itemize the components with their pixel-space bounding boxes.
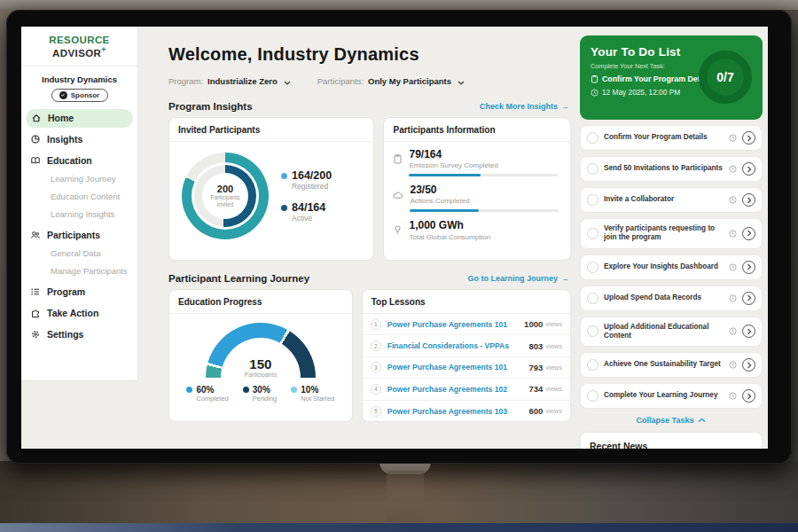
sidebar-item-home[interactable]: Home — [26, 109, 133, 128]
lesson-row-5[interactable]: 5 Power Purchase Agreements 103 600 view… — [363, 401, 570, 422]
participants-dropdown[interactable]: Participants: Only My Participants — [317, 73, 465, 89]
logo-resource: RESOURCE — [49, 35, 109, 45]
task-open-button[interactable] — [742, 292, 755, 305]
task-checkbox[interactable] — [587, 293, 598, 304]
card-title: Invited Participants — [169, 118, 373, 142]
task-label: Achieve One Sustainability Target — [604, 360, 724, 369]
stat-emission-survey: 79/164 Emission Survey Completed — [393, 149, 559, 176]
participants-information-card: Participants Information 79/164 Emission… — [383, 117, 571, 261]
sidebar-item-take-action[interactable]: Take Action — [21, 304, 137, 323]
lesson-row-4[interactable]: 4 Power Purchase Agreements 102 734 view… — [363, 379, 570, 400]
task-checkbox[interactable] — [587, 359, 598, 371]
task-open-button[interactable] — [742, 193, 755, 207]
program-icon — [30, 286, 41, 297]
task-checkbox[interactable] — [587, 325, 598, 337]
pending-dot — [243, 387, 249, 393]
registered-label: Registered — [292, 182, 332, 191]
task-label: Verify participants requesting to join t… — [604, 224, 724, 243]
todo-progress-value: 0/7 — [716, 70, 733, 84]
lesson-views: 600 — [528, 406, 543, 416]
task-open-button[interactable] — [742, 162, 755, 176]
card-title: Participants Information — [384, 118, 570, 142]
sponsor-icon — [59, 91, 67, 99]
task-row-5[interactable]: Explore Your Insights Dashboard — [580, 254, 763, 280]
arrow-right-icon: → — [561, 274, 569, 283]
registered-dot — [281, 173, 287, 179]
background-top-strip — [0, 0, 798, 10]
stat-value: 79/164 — [409, 149, 558, 160]
task-row-3[interactable]: Invite a Collaborator — [580, 187, 763, 213]
lesson-link[interactable]: Power Purchase Agreements 101 — [387, 363, 529, 372]
collapse-tasks-link[interactable]: Collapse Tasks — [580, 416, 763, 425]
task-row-6[interactable]: Upload Spend Data Records — [580, 286, 763, 311]
task-open-button[interactable] — [742, 389, 755, 403]
task-label: Explore Your Insights Dashboard — [604, 262, 724, 271]
not-started-value: 10% — [301, 385, 318, 395]
insights-cards-row: Invited Participants 200 Participants In… — [168, 117, 571, 261]
lesson-row-1[interactable]: 1 Power Purchase Agreements 101 1000 vie… — [363, 314, 570, 335]
sidebar-item-participants[interactable]: Participants — [21, 226, 137, 245]
task-row-8[interactable]: Achieve One Sustainability Target — [580, 352, 763, 378]
sidebar-item-learning-journey[interactable]: Learning Journey — [21, 170, 137, 188]
task-checkbox[interactable] — [587, 163, 598, 175]
task-open-button[interactable] — [742, 325, 755, 338]
sidebar-item-learning-insights[interactable]: Learning Insights — [21, 206, 137, 223]
lesson-link[interactable]: Power Purchase Agreements 102 — [387, 385, 529, 394]
clock-icon — [729, 327, 737, 335]
lesson-link[interactable]: Power Purchase Agreements 101 — [387, 320, 524, 329]
arrow-right-icon: → — [561, 102, 569, 111]
sponsor-badge[interactable]: Sponsor — [51, 89, 108, 102]
task-open-button[interactable] — [742, 261, 755, 274]
task-row-2[interactable]: Send 50 Invitations to Participants — [580, 156, 763, 182]
sidebar-item-general-data[interactable]: General Data — [21, 245, 137, 262]
section-title: Participant Learning Journey — [168, 273, 309, 284]
task-open-button[interactable] — [742, 227, 755, 240]
take-action-icon — [30, 308, 41, 318]
task-checkbox[interactable] — [587, 132, 598, 144]
logo-advisor: ADVISOR — [52, 48, 101, 59]
lesson-rank: 2 — [371, 340, 381, 351]
task-row-9[interactable]: Complete Your Learning Journey — [580, 383, 763, 409]
task-open-button[interactable] — [742, 358, 755, 372]
lesson-views: 793 — [528, 363, 543, 372]
task-checkbox[interactable] — [587, 228, 598, 239]
task-checkbox[interactable] — [587, 262, 598, 273]
stat-label: Total Global Consumption — [409, 233, 490, 241]
sidebar-item-program[interactable]: Program — [21, 283, 137, 301]
task-row-4[interactable]: Verify participants requesting to join t… — [580, 218, 763, 249]
views-word: views — [545, 342, 562, 350]
task-open-button[interactable] — [742, 131, 755, 145]
stat-value: 1,000 GWh — [409, 220, 490, 231]
not-started-label: Not Started — [301, 395, 334, 403]
task-row-7[interactable]: Upload Additional Educational Content — [580, 317, 763, 348]
sidebar-item-insights[interactable]: Insights — [21, 130, 137, 149]
education-icon — [30, 155, 41, 166]
learning-cards-row: Education Progress 150 Participants 60% … — [168, 289, 571, 422]
sidebar-subitem-label: Learning Insights — [51, 209, 114, 219]
task-checkbox[interactable] — [587, 194, 598, 206]
lesson-row-2[interactable]: 2 Financial Considerations - VPPAs 803 v… — [363, 335, 570, 356]
task-row-1[interactable]: Confirm Your Program Details — [580, 125, 763, 151]
legend-not-started: 10% Not Started — [291, 385, 334, 403]
chevron-down-icon — [284, 73, 291, 89]
completed-label: Completed — [196, 395, 228, 403]
dashboard-screen: RESOURCE ADVISOR+ Industry Dynamics Spon… — [21, 27, 768, 449]
gauge-legend: 60% Completed 30% Pending 10% Not Starte… — [186, 385, 334, 403]
lesson-link[interactable]: Financial Considerations - VPPAs — [387, 341, 529, 350]
sidebar-item-settings[interactable]: Settings — [21, 325, 137, 344]
check-more-insights-link[interactable]: Check More Insights → — [480, 102, 569, 111]
progress-track — [410, 209, 559, 212]
sidebar-item-education[interactable]: Education — [21, 152, 137, 170]
monitor: RESOURCE ADVISOR+ Industry Dynamics Spon… — [7, 11, 791, 463]
lesson-link[interactable]: Power Purchase Agreements 103 — [387, 407, 529, 416]
sidebar-item-education-content[interactable]: Education Content — [21, 188, 137, 206]
lesson-row-3[interactable]: 3 Power Purchase Agreements 101 793 view… — [363, 357, 570, 379]
gauge-label: Participants — [206, 372, 316, 378]
pending-value: 30% — [253, 385, 270, 395]
link-label: Go to Learning Journey — [467, 274, 558, 283]
go-to-learning-journey-link[interactable]: Go to Learning Journey → — [467, 274, 569, 283]
task-checkbox[interactable] — [587, 390, 598, 402]
stat-label: Actions Completed — [410, 197, 559, 205]
program-dropdown[interactable]: Program: Industrialize Zero — [168, 73, 291, 89]
sidebar-item-manage-participants[interactable]: Manage Participants — [21, 262, 137, 280]
